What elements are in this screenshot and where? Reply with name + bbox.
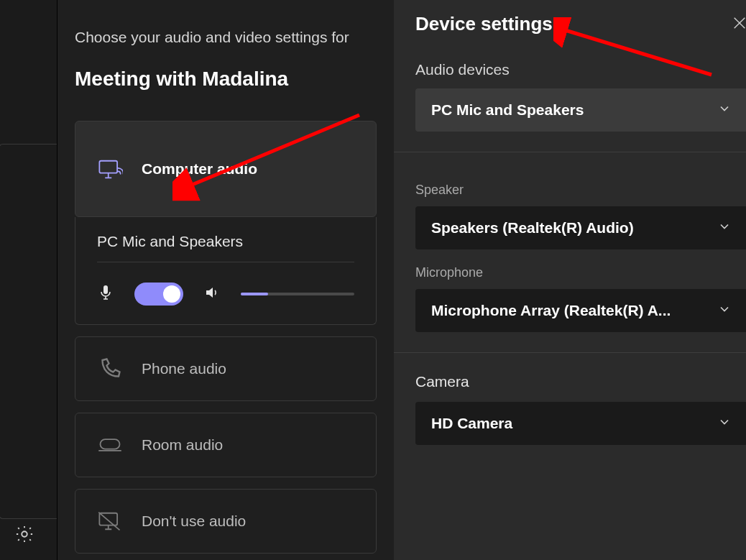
svg-rect-2: [101, 439, 120, 449]
close-button[interactable]: [732, 15, 746, 34]
chevron-down-icon: [717, 219, 732, 237]
camera-dropdown[interactable]: HD Camera: [415, 402, 746, 445]
prejoin-main: Choose your audio and video settings for…: [57, 0, 394, 560]
camera-value: HD Camera: [431, 415, 512, 432]
chevron-down-icon: [717, 415, 732, 433]
meeting-title: Meeting with Madalina: [75, 68, 377, 91]
microphone-icon[interactable]: [97, 284, 114, 304]
panel-title: Device settings: [415, 13, 553, 35]
microphone-dropdown[interactable]: Microphone Array (Realtek(R) A...: [415, 289, 746, 332]
separator: [394, 152, 746, 152]
speaker-value: Speakers (Realtek(R) Audio): [431, 219, 634, 237]
camera-label: Camera: [415, 373, 746, 390]
option-phone-audio[interactable]: Phone audio: [75, 336, 377, 401]
room-icon: [96, 432, 124, 458]
settings-gear-icon[interactable]: [14, 524, 34, 547]
microphone-label: Microphone: [415, 265, 746, 280]
separator: [394, 352, 746, 353]
computer-audio-icon: [96, 156, 124, 182]
audio-device-dropdown[interactable]: PC Mic and Speakers: [415, 88, 746, 132]
option-room-audio[interactable]: Room audio: [75, 413, 377, 477]
option-label: Don't use audio: [142, 513, 246, 530]
chevron-down-icon: [717, 302, 732, 320]
svg-line-4: [98, 513, 119, 531]
audio-device-value: PC Mic and Speakers: [431, 101, 584, 119]
option-label: Phone audio: [142, 360, 226, 377]
option-no-audio[interactable]: Don't use audio: [75, 489, 377, 554]
volume-slider[interactable]: [241, 293, 354, 295]
speaker-icon[interactable]: [203, 284, 221, 304]
microphone-value: Microphone Array (Realtek(R) A...: [431, 302, 671, 319]
prejoin-prompt: Choose your audio and video settings for: [75, 29, 377, 46]
option-computer-audio[interactable]: Computer audio: [75, 121, 377, 217]
speaker-dropdown[interactable]: Speakers (Realtek(R) Audio): [415, 206, 746, 249]
left-sidebar: [0, 0, 57, 560]
divider: [97, 262, 354, 262]
option-label: Room audio: [142, 436, 223, 454]
phone-icon: [96, 356, 124, 382]
device-settings-panel: Device settings Audio devices PC Mic and…: [394, 0, 746, 560]
computer-audio-detail: PC Mic and Speakers: [75, 217, 377, 325]
option-label: Computer audio: [142, 160, 257, 178]
svg-rect-1: [99, 161, 117, 173]
no-audio-icon: [96, 508, 124, 534]
audio-devices-label: Audio devices: [415, 61, 746, 78]
chevron-down-icon: [717, 101, 732, 119]
mic-toggle[interactable]: [134, 283, 183, 306]
svg-point-0: [22, 531, 27, 536]
speaker-label: Speaker: [415, 183, 746, 198]
selected-device-name: PC Mic and Speakers: [97, 233, 354, 250]
